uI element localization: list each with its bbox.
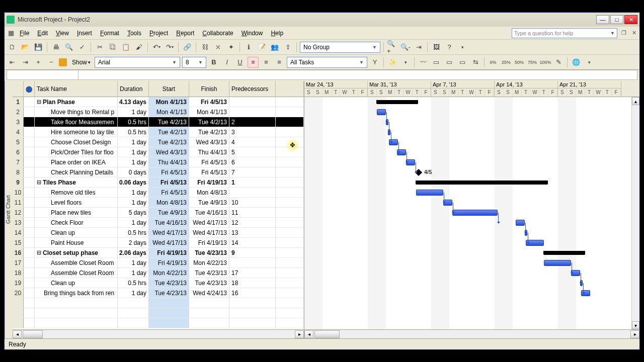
row-extra[interactable] (276, 157, 304, 167)
menu-tools[interactable]: Tools (123, 28, 145, 38)
row-finish[interactable]: Tue 4/16/13 (189, 208, 229, 217)
row-extra[interactable] (276, 238, 304, 247)
task-row-19[interactable]: 19Clean up0.5 hrsTue 4/23/13Tue 4/23/131… (13, 278, 304, 288)
gantt-row[interactable] (304, 97, 639, 107)
row-pred[interactable]: 10 (229, 198, 276, 207)
task-row-11[interactable]: 11Level floors1 dayMon 4/8/13Tue 4/9/131… (13, 198, 304, 208)
zoom-out-icon[interactable]: 🔍- (400, 42, 411, 53)
row-start[interactable]: Tue 4/16/13 (149, 218, 189, 227)
row-extra[interactable] (276, 268, 304, 278)
row-finish[interactable]: Fri 4/19/13 (189, 177, 229, 187)
row-start[interactable]: Fri 4/5/13 (149, 167, 189, 177)
row-finish[interactable]: Tue 4/23/13 (189, 268, 229, 278)
close-doc-button[interactable]: ✕ (630, 30, 637, 37)
gantt-row[interactable] (304, 308, 639, 318)
row-pred[interactable] (229, 188, 276, 197)
task-bar[interactable] (544, 260, 571, 266)
task-row-9[interactable]: 9⊟Tiles Phase0.06 daysFri 4/5/13Fri 4/19… (13, 177, 304, 188)
row-id[interactable]: 11 (13, 198, 24, 207)
row-info[interactable] (24, 278, 35, 288)
cut-icon[interactable]: ✂ (94, 42, 105, 53)
row-id[interactable]: 4 (13, 127, 24, 137)
pct100-icon[interactable]: 100% (540, 57, 551, 68)
row-pred[interactable]: 13 (229, 228, 276, 237)
task-bar[interactable] (377, 109, 386, 115)
pct75-icon[interactable]: 75% (527, 57, 538, 68)
assign-icon[interactable]: 👥 (269, 42, 280, 53)
link-icon[interactable]: 🔗 (182, 42, 193, 53)
row-extra[interactable] (276, 117, 304, 127)
track3-icon[interactable]: ▭ (444, 57, 455, 68)
minimize-button[interactable]: — (596, 15, 609, 24)
task-row-1[interactable]: 1⊟Plan Phase4.13 daysMon 4/1/13Fri 4/5/1… (13, 97, 304, 107)
row-extra[interactable] (276, 248, 304, 257)
row-info[interactable] (24, 268, 35, 278)
row-name[interactable]: ⊟Closet setup phase (35, 248, 118, 257)
task-row-15[interactable]: 15Paint House2 daysWed 4/17/13Fri 4/19/1… (13, 238, 304, 248)
row-start[interactable]: Wed 4/3/13 (149, 147, 189, 157)
app-menu-icon[interactable]: ▦ (7, 28, 16, 39)
row-duration[interactable]: 1 day (118, 258, 149, 267)
toolbar2-options-icon[interactable]: ▾ (400, 57, 411, 68)
undo-icon[interactable]: ↶▾ (151, 42, 162, 53)
split-icon[interactable]: ✦ (225, 42, 236, 53)
row-id[interactable]: 6 (13, 147, 24, 157)
wizard-icon[interactable]: ✨ (387, 57, 398, 68)
row-duration[interactable]: 2 days (118, 238, 149, 247)
row-name[interactable]: Hire someone to lay tile (35, 127, 118, 137)
hide-subtasks-icon[interactable]: − (46, 57, 57, 68)
col-start-header[interactable]: Start (149, 81, 189, 97)
gantt-row[interactable] (304, 127, 639, 137)
row-name[interactable]: Move things to Rental p (35, 107, 118, 117)
row-duration[interactable]: 0 days (118, 167, 149, 177)
underline-icon[interactable]: U (234, 57, 246, 68)
row-info[interactable] (24, 238, 35, 247)
close-button[interactable]: ✕ (624, 15, 637, 24)
gantt-row[interactable] (304, 157, 639, 167)
row-pred[interactable]: 2 (229, 117, 276, 127)
show-outline-button[interactable]: Show▾ (70, 58, 93, 67)
row-name[interactable]: Place new tiles (35, 208, 118, 217)
row-extra[interactable] (276, 137, 304, 147)
col-predecessors-header[interactable]: Predecessors (229, 81, 276, 97)
gantt-row[interactable] (304, 188, 639, 198)
row-extra[interactable] (276, 167, 304, 177)
row-info[interactable] (24, 228, 35, 237)
row-info[interactable] (24, 248, 35, 257)
restore-doc-button[interactable]: ❐ (620, 30, 627, 37)
row-duration[interactable]: 1 day (118, 218, 149, 227)
row-name[interactable]: ⊟Plan Phase (35, 97, 118, 107)
row-pred[interactable]: 17 (229, 268, 276, 278)
task-row-5[interactable]: 5Choose Closet Design1 dayTue 4/2/13Wed … (13, 137, 304, 147)
entry-bar[interactable] (7, 70, 637, 80)
collab-icon[interactable]: 🌐 (571, 57, 582, 68)
row-extra[interactable] (276, 258, 304, 267)
row-info[interactable] (24, 107, 35, 117)
row-name[interactable]: Check Planning Details (35, 167, 118, 177)
row-start[interactable]: Mon 4/22/13 (149, 268, 189, 278)
task-row-20[interactable]: 20Bring things back from ren1 dayTue 4/2… (13, 288, 304, 298)
col-id-header[interactable] (13, 81, 24, 97)
row-name[interactable]: Level floors (35, 198, 118, 207)
row-pred[interactable] (229, 107, 276, 117)
gantt-row[interactable] (304, 147, 639, 157)
row-start[interactable]: Mon 4/8/13 (149, 198, 189, 207)
save-icon[interactable]: 💾 (33, 42, 44, 53)
font-select[interactable]: Arial▼ (95, 57, 180, 68)
info-icon[interactable]: ℹ (243, 42, 254, 53)
row-name[interactable]: Clean up (35, 228, 118, 237)
row-start[interactable]: Mon 4/1/13 (149, 107, 189, 117)
chevron-down-icon[interactable]: ▼ (610, 31, 615, 36)
paste-icon[interactable]: 📋 (120, 42, 131, 53)
row-duration[interactable]: 1 day (118, 288, 149, 298)
row-finish[interactable]: Thu 4/4/13 (189, 147, 229, 157)
row-id[interactable]: 15 (13, 238, 24, 247)
task-bar[interactable] (452, 210, 498, 216)
group-filter-select[interactable]: No Group▼ (300, 42, 380, 53)
vscroll-up-icon[interactable]: ▴ (632, 97, 639, 105)
zoom-in-icon[interactable]: 🔍+ (387, 42, 398, 53)
row-finish[interactable]: Tue 4/23/13 (189, 248, 229, 257)
row-extra[interactable] (276, 208, 304, 217)
row-start[interactable]: Mon 4/1/13 (149, 97, 189, 107)
unlink-icon[interactable]: ⤫ (212, 42, 223, 53)
